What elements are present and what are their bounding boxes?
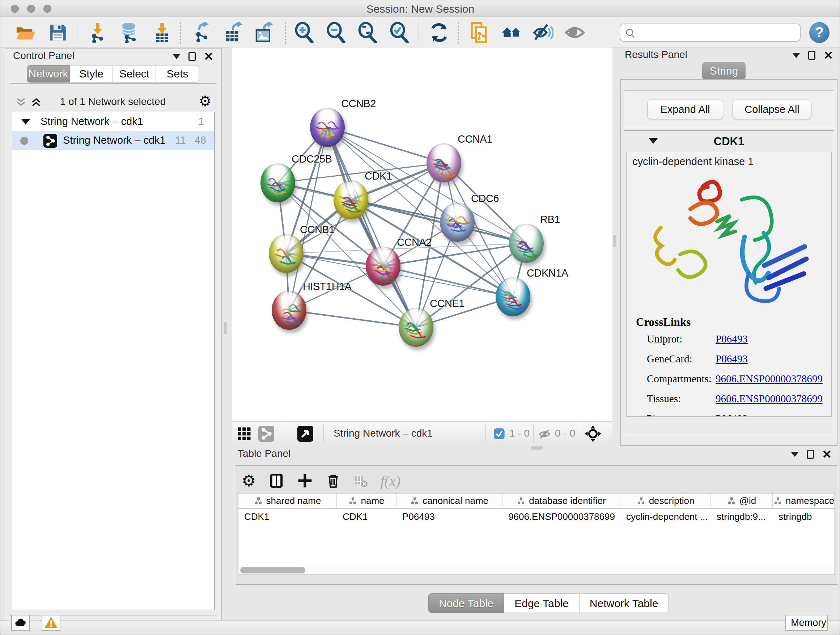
- import-table-icon[interactable]: [152, 22, 172, 43]
- delete-table-icon[interactable]: [354, 473, 368, 488]
- crosslink-link[interactable]: 9606.ENSP00000378699: [715, 373, 823, 385]
- hidden-eye-icon[interactable]: [538, 428, 551, 440]
- panel-menu-icon[interactable]: [172, 54, 180, 59]
- panel-close-icon[interactable]: ✕: [823, 51, 833, 60]
- network-node-cdkn1a[interactable]: [496, 277, 531, 317]
- search-input[interactable]: [620, 24, 801, 42]
- zoom-in-icon[interactable]: [294, 22, 315, 43]
- table-hscrollbar-thumb[interactable]: [240, 567, 305, 573]
- panel-menu-icon[interactable]: [791, 452, 799, 457]
- collapse-all-button[interactable]: Collapse All: [733, 100, 812, 119]
- crosslink-link[interactable]: P06493: [715, 413, 748, 417]
- delete-column-icon[interactable]: [325, 473, 341, 489]
- right-splitter-handle[interactable]: [613, 235, 616, 247]
- column-header-database-identifier[interactable]: database identifier: [502, 494, 621, 508]
- add-column-icon[interactable]: [297, 473, 313, 489]
- column-header-namespace[interactable]: namespace: [773, 494, 835, 508]
- tab-network-table[interactable]: Network Table: [579, 593, 669, 613]
- column-header-description[interactable]: description: [621, 494, 711, 508]
- table-cell[interactable]: 9606.ENSP00000378699: [502, 509, 621, 524]
- table-cell[interactable]: cyclin-dependent ...: [621, 509, 711, 524]
- zoom-fit-icon[interactable]: [357, 22, 378, 43]
- network-node-ccnb1[interactable]: [269, 234, 303, 273]
- network-node-rb1[interactable]: [509, 224, 544, 263]
- network-node-hist1h1a[interactable]: [272, 291, 306, 330]
- toolbar-separator: [285, 424, 285, 443]
- warning-status-button[interactable]: [42, 615, 60, 631]
- network-node-ccne1[interactable]: [399, 308, 433, 347]
- import-network-icon[interactable]: [87, 22, 108, 43]
- network-options-gear-icon[interactable]: ⚙: [199, 94, 212, 108]
- node-label-ccne1: CCNE1: [430, 298, 464, 310]
- panel-close-icon[interactable]: ✕: [204, 52, 213, 61]
- network-node-cdc25b[interactable]: [261, 163, 295, 203]
- panel-menu-icon[interactable]: [792, 53, 800, 58]
- zoom-selected-icon[interactable]: [389, 22, 410, 43]
- crosslink-link[interactable]: 9606.ENSP00000378699: [715, 393, 823, 405]
- bottom-splitter-handle[interactable]: [531, 446, 543, 450]
- table-cell[interactable]: P06493: [396, 509, 502, 524]
- tab-network[interactable]: Network: [27, 65, 70, 82]
- network-canvas[interactable]: CCNB2CCNA1CDC25BCDK1CDC6RB1CCNB1CCNA2CDK…: [232, 48, 613, 421]
- grid-view-icon[interactable]: [237, 426, 252, 441]
- help-button[interactable]: ?: [809, 22, 829, 43]
- current-network-name: String Network – cdk1: [333, 428, 433, 439]
- string-results-box: Expand All Collapse All CDK1 cyclin-depe…: [621, 79, 837, 446]
- memory-button[interactable]: Memory: [785, 615, 828, 631]
- export-network-icon[interactable]: [191, 22, 212, 43]
- column-header-shared-name[interactable]: shared name: [238, 494, 337, 508]
- tab-edge-table[interactable]: Edge Table: [504, 593, 579, 613]
- open-session-icon[interactable]: [15, 22, 36, 43]
- panel-close-icon[interactable]: ✕: [822, 450, 832, 459]
- network-node-ccnb2[interactable]: [310, 108, 345, 147]
- table-gear-icon[interactable]: ⚙: [242, 473, 256, 488]
- birds-eye-view-icon[interactable]: [584, 424, 602, 443]
- panel-float-icon[interactable]: [188, 52, 196, 61]
- tab-style[interactable]: Style: [70, 65, 113, 82]
- tab-select[interactable]: Select: [113, 65, 156, 82]
- table-cell[interactable]: stringdb:9...: [711, 509, 773, 524]
- panel-float-icon[interactable]: [808, 51, 815, 60]
- network-view-icon[interactable]: [258, 426, 274, 442]
- cloud-status-button[interactable]: [11, 615, 30, 631]
- left-splitter-handle[interactable]: [224, 322, 227, 334]
- column-header-name[interactable]: name: [337, 494, 396, 508]
- home-networks-icon[interactable]: [501, 22, 522, 43]
- column-header-canonical-name[interactable]: canonical name: [396, 494, 502, 508]
- network-collection-row[interactable]: String Network – cdk1 1: [12, 112, 214, 131]
- network-node-ccna1[interactable]: [426, 143, 461, 182]
- zoom-out-icon[interactable]: [325, 22, 347, 43]
- crosslink-label: GeneCard:: [647, 353, 692, 364]
- network-node-cdk1[interactable]: [333, 180, 368, 219]
- show-graphics-icon[interactable]: [564, 22, 585, 43]
- table-cell[interactable]: CDK1: [337, 509, 396, 524]
- network-row-selected[interactable]: String Network – cdk1 11 48: [12, 131, 214, 150]
- crosslink-link[interactable]: P06493: [715, 353, 748, 365]
- function-builder-icon[interactable]: f(x): [380, 472, 401, 489]
- detach-view-icon[interactable]: [297, 426, 313, 442]
- export-image-icon[interactable]: [253, 22, 274, 43]
- expand-all-button[interactable]: Expand All: [647, 100, 723, 119]
- show-columns-icon[interactable]: [268, 472, 285, 489]
- collection-expand-triangle-icon[interactable]: [21, 119, 30, 125]
- table-row[interactable]: CDK1CDK1P064939606.ENSP00000378699cyclin…: [238, 509, 835, 524]
- selected-checkbox-icon[interactable]: [493, 428, 505, 440]
- table-cell[interactable]: CDK1: [238, 509, 337, 524]
- node-label-cdk1: CDK1: [365, 170, 392, 182]
- hide-unhide-icon[interactable]: [532, 22, 554, 43]
- network-node-ccna2[interactable]: [366, 247, 401, 286]
- copy-network-icon[interactable]: [469, 22, 490, 43]
- panel-float-icon[interactable]: [807, 450, 814, 459]
- refresh-icon[interactable]: [429, 22, 450, 43]
- crosslink-link[interactable]: P06493: [715, 333, 748, 345]
- table-cell[interactable]: stringdb: [773, 509, 835, 524]
- network-node-cdc6[interactable]: [440, 203, 475, 242]
- tab-string[interactable]: String: [702, 62, 745, 80]
- import-network-from-database-icon[interactable]: [119, 22, 140, 43]
- export-table-icon[interactable]: [223, 22, 243, 43]
- column-header--id[interactable]: @id: [711, 494, 773, 508]
- tab-node-table[interactable]: Node Table: [428, 593, 504, 613]
- cdk1-card-header[interactable]: CDK1: [624, 131, 834, 152]
- save-session-icon[interactable]: [47, 22, 68, 43]
- tab-sets[interactable]: Sets: [156, 65, 199, 82]
